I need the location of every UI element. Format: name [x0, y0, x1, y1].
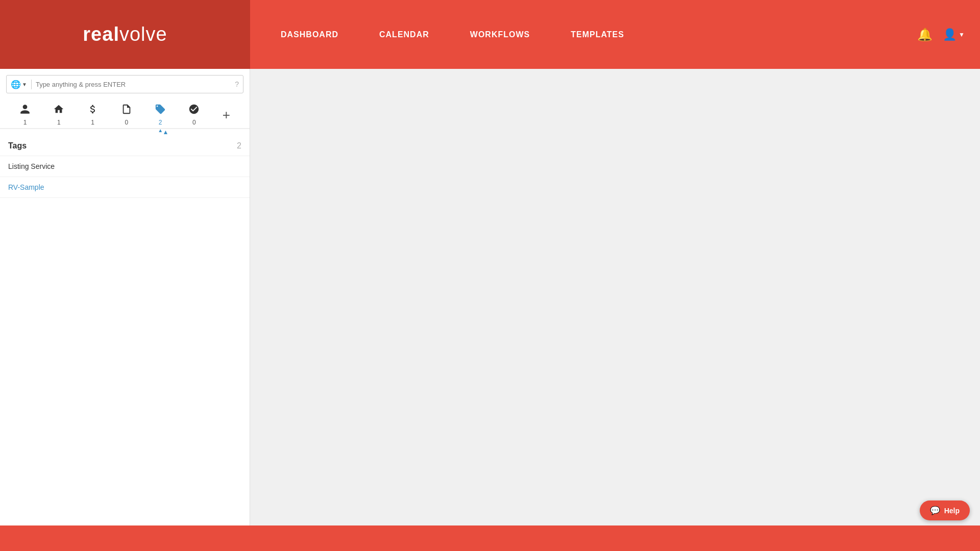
filter-tasks[interactable]: 0	[188, 104, 200, 126]
notifications-bell-icon[interactable]: 🔔	[917, 28, 933, 42]
nav-workflows[interactable]: WORKFLOWS	[470, 30, 530, 39]
homes-count: 1	[57, 119, 61, 126]
filter-people[interactable]: 1	[19, 104, 31, 126]
filter-icon-row: 1 1 1 0	[0, 99, 250, 129]
tag-rv-sample-label: RV-Sample	[8, 183, 44, 191]
filter-documents[interactable]: 0	[121, 104, 132, 126]
logo-bold: real	[83, 23, 119, 45]
person-icon	[19, 104, 31, 118]
transactions-count: 1	[91, 119, 94, 126]
search-help-icon[interactable]: ?	[231, 80, 243, 88]
help-label: Help	[944, 507, 960, 515]
help-button[interactable]: 💬 Help	[920, 500, 970, 520]
tag-item-rv-sample[interactable]: RV-Sample	[0, 177, 250, 198]
document-icon	[121, 104, 132, 118]
chat-icon: 💬	[930, 506, 940, 515]
check-icon	[188, 104, 200, 118]
tag-item-listing-service[interactable]: Listing Service	[0, 156, 250, 177]
tags-count: 2	[159, 119, 162, 126]
tag-listing-service-label: Listing Service	[8, 162, 55, 170]
bottom-bar	[0, 525, 980, 551]
sidebar: 🌐 ▼ ? 1 1	[0, 69, 250, 525]
active-tab-indicator: ▲	[0, 128, 250, 135]
app-logo: realvolve	[83, 23, 167, 45]
nav-right-controls: 🔔 👤 ▼	[917, 28, 980, 42]
nav-templates[interactable]: TEMPLATES	[571, 30, 624, 39]
home-icon	[53, 104, 64, 118]
filter-homes[interactable]: 1	[53, 104, 64, 126]
nav-calendar[interactable]: CALENDAR	[379, 30, 429, 39]
documents-count: 0	[125, 119, 129, 126]
main-panel	[250, 69, 980, 525]
globe-icon: 🌐	[11, 80, 21, 89]
filter-tags[interactable]: 2	[155, 104, 166, 126]
globe-dropdown-icon: ▼	[22, 82, 27, 87]
search-bar: 🌐 ▼ ?	[6, 75, 243, 93]
nav-dashboard[interactable]: DASHBOARD	[281, 30, 338, 39]
main-content: 🌐 ▼ ? 1 1	[0, 69, 980, 525]
dollar-icon	[87, 104, 99, 118]
tags-label: Tags	[8, 141, 27, 151]
add-icon: +	[223, 108, 230, 121]
nav-links: DASHBOARD CALENDAR WORKFLOWS TEMPLATES	[250, 30, 917, 39]
logo-area: realvolve	[0, 0, 250, 69]
filter-transactions[interactable]: 1	[87, 104, 99, 126]
user-avatar-icon: 👤	[943, 28, 957, 41]
tasks-count: 0	[192, 119, 196, 126]
top-navigation: realvolve DASHBOARD CALENDAR WORKFLOWS T…	[0, 0, 980, 69]
tags-section-header: Tags 2	[0, 135, 250, 156]
add-new-button[interactable]: +	[223, 108, 230, 121]
user-dropdown-chevron-icon: ▼	[959, 31, 965, 38]
tags-total-count: 2	[237, 141, 241, 151]
tag-icon	[155, 104, 166, 118]
people-count: 1	[23, 119, 27, 126]
user-menu[interactable]: 👤 ▼	[943, 28, 965, 41]
logo-light: volve	[119, 23, 167, 45]
search-input[interactable]	[32, 81, 231, 88]
search-globe-button[interactable]: 🌐 ▼	[7, 80, 32, 89]
